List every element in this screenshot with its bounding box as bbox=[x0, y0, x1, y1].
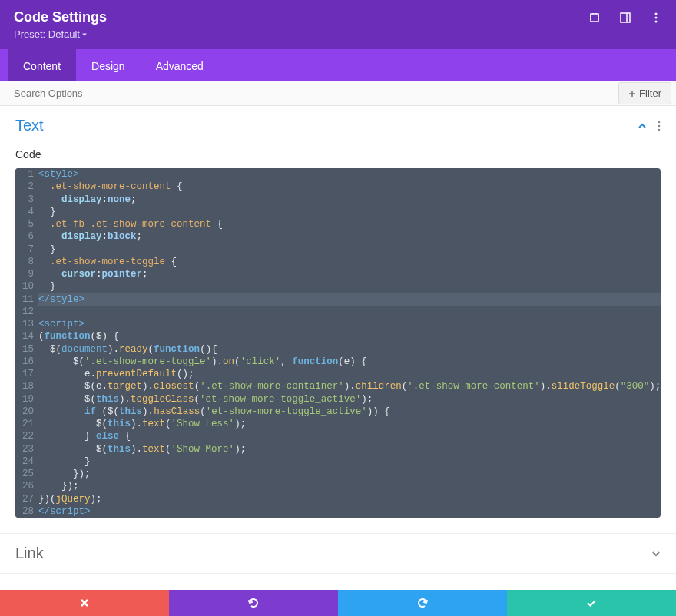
line-content[interactable]: $('.et-show-more-toggle').on('click', fu… bbox=[38, 356, 661, 368]
svg-point-10 bbox=[658, 128, 661, 131]
line-content[interactable]: }); bbox=[38, 480, 661, 492]
code-line[interactable]: 12 bbox=[15, 306, 661, 318]
line-content[interactable]: cursor:pointer; bbox=[38, 268, 661, 280]
code-line[interactable]: 15 $(document).ready(function(){ bbox=[15, 343, 661, 356]
line-content[interactable]: } bbox=[38, 206, 661, 218]
line-number: 24 bbox=[15, 455, 38, 468]
code-line[interactable]: 2 .et-show-more-content { bbox=[15, 180, 661, 193]
code-line[interactable]: 23 $(this).text('Show More'); bbox=[15, 443, 661, 455]
plus-icon bbox=[628, 90, 636, 98]
panel-icon[interactable] bbox=[619, 12, 631, 24]
line-number: 10 bbox=[15, 280, 38, 293]
line-content[interactable]: } else { bbox=[38, 430, 661, 442]
code-line[interactable]: 24 } bbox=[15, 455, 661, 468]
line-content[interactable]: $(this).text('Show Less'); bbox=[38, 418, 661, 430]
line-content[interactable] bbox=[38, 306, 661, 318]
undo-button[interactable] bbox=[169, 590, 338, 616]
line-number: 26 bbox=[15, 480, 38, 492]
preset-selector[interactable]: Preset: Default bbox=[14, 28, 662, 40]
code-line[interactable]: 21 $(this).text('Show Less'); bbox=[15, 418, 661, 430]
code-line[interactable]: 1<style> bbox=[15, 168, 661, 180]
line-content[interactable]: } bbox=[38, 280, 661, 293]
expand-icon[interactable] bbox=[651, 549, 661, 558]
code-line[interactable]: 5 .et-fb .et-show-more-content { bbox=[15, 218, 661, 230]
code-line[interactable]: 3 display:none; bbox=[15, 194, 661, 206]
filter-button[interactable]: Filter bbox=[618, 82, 671, 104]
line-content[interactable]: })(jQuery); bbox=[38, 493, 661, 505]
line-content[interactable]: .et-fb .et-show-more-content { bbox=[38, 218, 661, 230]
tab-design[interactable]: Design bbox=[76, 49, 141, 81]
code-line[interactable]: 13<script> bbox=[15, 318, 661, 330]
line-content[interactable]: (function($) { bbox=[38, 330, 661, 343]
line-content[interactable]: } bbox=[38, 243, 661, 256]
line-content[interactable]: .et-show-more-content { bbox=[38, 180, 661, 193]
expand-icon[interactable] bbox=[588, 12, 601, 24]
filter-label: Filter bbox=[639, 88, 661, 99]
code-line[interactable]: 6 display:block; bbox=[15, 230, 661, 243]
line-content[interactable]: $(this).text('Show More'); bbox=[38, 443, 661, 455]
code-line[interactable]: 16 $('.et-show-more-toggle').on('click',… bbox=[15, 356, 661, 368]
line-content[interactable]: <style> bbox=[38, 168, 661, 180]
code-label: Code bbox=[0, 145, 676, 168]
section-header-link[interactable]: Link bbox=[0, 534, 676, 573]
svg-point-8 bbox=[658, 121, 661, 123]
code-line[interactable]: 14(function($) { bbox=[15, 330, 661, 343]
code-line[interactable]: 10 } bbox=[15, 280, 661, 293]
line-content[interactable]: </script> bbox=[38, 505, 661, 518]
search-row: Filter bbox=[0, 81, 676, 106]
line-number: 4 bbox=[15, 206, 38, 218]
cancel-button[interactable] bbox=[0, 590, 169, 616]
line-number: 5 bbox=[15, 218, 38, 230]
code-line[interactable]: 28</script> bbox=[15, 505, 661, 518]
line-number: 22 bbox=[15, 430, 38, 442]
redo-icon bbox=[416, 597, 429, 609]
line-number: 2 bbox=[15, 180, 38, 193]
code-line[interactable]: 4 } bbox=[15, 206, 661, 218]
code-line[interactable]: 7 } bbox=[15, 243, 661, 256]
line-number: 27 bbox=[15, 493, 38, 505]
line-content[interactable]: </style> bbox=[38, 293, 661, 306]
line-content[interactable]: $(document).ready(function(){ bbox=[38, 343, 661, 356]
section-more-icon[interactable] bbox=[658, 121, 661, 131]
code-line[interactable]: 26 }); bbox=[15, 480, 661, 492]
more-icon[interactable] bbox=[650, 12, 662, 24]
line-number: 9 bbox=[15, 268, 38, 280]
line-number: 15 bbox=[15, 343, 38, 356]
code-line[interactable]: 9 cursor:pointer; bbox=[15, 268, 661, 280]
line-content[interactable]: <script> bbox=[38, 318, 661, 330]
line-number: 3 bbox=[15, 194, 38, 206]
code-line[interactable]: 18 $(e.target).closest('.et-show-more-co… bbox=[15, 380, 661, 392]
code-line[interactable]: 19 $(this).toggleClass('et-show-more-tog… bbox=[15, 393, 661, 406]
redo-button[interactable] bbox=[338, 590, 507, 616]
line-content[interactable]: } bbox=[38, 455, 661, 468]
collapse-icon[interactable] bbox=[638, 121, 647, 131]
search-input[interactable] bbox=[0, 81, 618, 105]
save-button[interactable] bbox=[507, 590, 676, 616]
svg-point-3 bbox=[655, 12, 658, 15]
line-number: 6 bbox=[15, 230, 38, 243]
preset-label: Preset: Default bbox=[14, 28, 80, 40]
code-line[interactable]: 8 .et-show-more-toggle { bbox=[15, 256, 661, 268]
code-line[interactable]: 11</style> bbox=[15, 293, 661, 306]
code-line[interactable]: 22 } else { bbox=[15, 430, 661, 442]
line-number: 13 bbox=[15, 318, 38, 330]
tab-content[interactable]: Content bbox=[8, 49, 76, 81]
section-header-text[interactable]: Text bbox=[0, 106, 676, 145]
line-content[interactable]: if ($(this).hasClass('et-show-more-toggl… bbox=[38, 406, 661, 418]
line-content[interactable]: e.preventDefault(); bbox=[38, 368, 661, 380]
line-content[interactable]: display:block; bbox=[38, 230, 661, 243]
code-line[interactable]: 27})(jQuery); bbox=[15, 493, 661, 505]
line-number: 12 bbox=[15, 306, 38, 318]
tab-advanced[interactable]: Advanced bbox=[141, 49, 219, 81]
line-content[interactable]: $(e.target).closest('.et-show-more-conta… bbox=[38, 380, 661, 392]
line-content[interactable]: display:none; bbox=[38, 194, 661, 206]
check-icon bbox=[585, 597, 598, 609]
code-editor[interactable]: 1<style>2 .et-show-more-content {3 displ… bbox=[15, 168, 661, 518]
line-number: 23 bbox=[15, 443, 38, 455]
code-line[interactable]: 17 e.preventDefault(); bbox=[15, 368, 661, 380]
code-line[interactable]: 20 if ($(this).hasClass('et-show-more-to… bbox=[15, 406, 661, 418]
code-line[interactable]: 25 }); bbox=[15, 468, 661, 480]
line-content[interactable]: .et-show-more-toggle { bbox=[38, 256, 661, 268]
line-content[interactable]: }); bbox=[38, 468, 661, 480]
line-content[interactable]: $(this).toggleClass('et-show-more-toggle… bbox=[38, 393, 661, 406]
